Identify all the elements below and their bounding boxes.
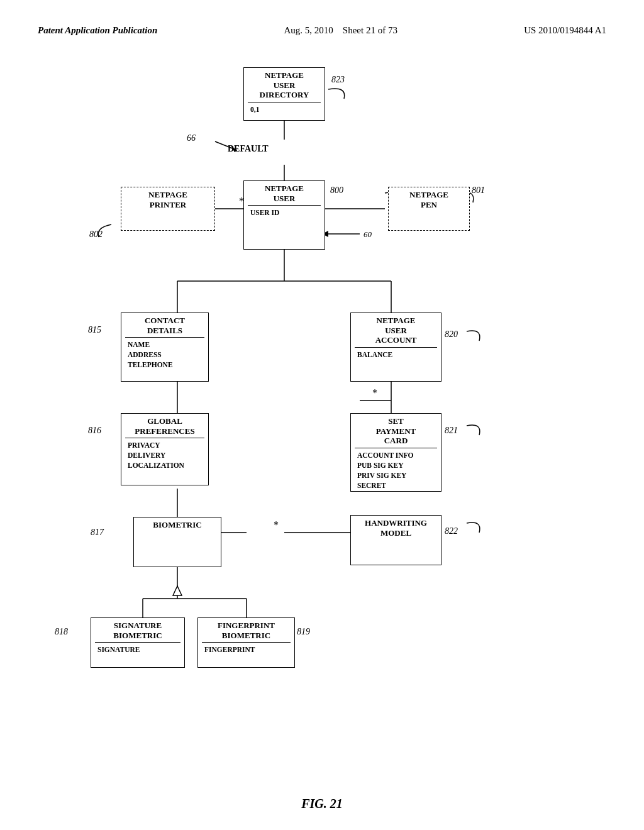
- ref-819: 819: [297, 627, 310, 637]
- ref-823: 823: [331, 75, 345, 85]
- signature-biometric-box: SIGNATUREBIOMETRIC SIGNATURE: [91, 617, 185, 668]
- set-payment-card-box: SETPAYMENTCARD ACCOUNT INFOPUB SIG KEYPR…: [350, 413, 441, 492]
- ref-816: 816: [88, 426, 101, 436]
- global-preferences-fields: PRIVACYDELIVERYLOCALIZATION: [125, 440, 204, 470]
- netpage-user-title: NETPAGEUSER: [265, 184, 304, 203]
- set-payment-card-fields: ACCOUNT INFOPUB SIG KEYPRIV SIG KEYSECRE…: [355, 450, 437, 490]
- netpage-user-directory-box: NETPAGEUSERDIRECTORY 0,1: [243, 67, 325, 121]
- netpage-user-account-title: NETPAGEUSERACCOUNT: [375, 316, 417, 345]
- netpage-pen-title: NETPAGEPEN: [409, 190, 448, 209]
- ref-820: 820: [445, 329, 458, 340]
- header-right: US 2010/0194844 A1: [524, 25, 606, 36]
- ref-822: 822: [445, 526, 458, 536]
- netpage-user-directory-title: NETPAGEUSERDIRECTORY: [260, 70, 309, 100]
- biometric-title: BIOMETRIC: [153, 520, 201, 530]
- contact-details-title: CONTACTDETAILS: [145, 316, 185, 335]
- diagram: * * * * * NETPAGEUSERDIRECT: [52, 48, 592, 740]
- header-center: Aug. 5, 2010 Sheet 21 of 73: [284, 25, 397, 36]
- global-preferences-title: GLOBALPREFERENCES: [135, 416, 194, 436]
- ref-800: 800: [330, 185, 343, 196]
- contact-details-fields: NAMEADDRESSTELEPHONE: [125, 340, 204, 370]
- global-preferences-box: GLOBALPREFERENCES PRIVACYDELIVERYLOCALIZ…: [121, 413, 209, 485]
- ref-818: 818: [55, 627, 68, 637]
- svg-text:*: *: [274, 519, 279, 530]
- contact-details-box: CONTACTDETAILS NAMEADDRESSTELEPHONE: [121, 313, 209, 382]
- fingerprint-biometric-fields: FINGERPRINT: [202, 645, 291, 655]
- header-left: Patent Application Publication: [38, 25, 157, 36]
- signature-biometric-title: SIGNATUREBIOMETRIC: [113, 621, 162, 640]
- netpage-user-account-fields: BALANCE: [355, 350, 437, 360]
- ref-817: 817: [91, 528, 104, 538]
- default-label: DEFAULT: [228, 144, 269, 154]
- ref-60: 60: [364, 230, 372, 240]
- netpage-user-box: NETPAGEUSER USER ID: [243, 180, 325, 250]
- figure-caption: FIG. 21: [301, 797, 343, 811]
- netpage-pen-box: NETPAGEPEN: [388, 187, 470, 231]
- ref-821: 821: [445, 426, 458, 436]
- biometric-box: BIOMETRIC: [133, 517, 221, 567]
- netpage-printer-box: NETPAGEPRINTER: [121, 187, 215, 231]
- fingerprint-biometric-box: FINGERPRINTBIOMETRIC FINGERPRINT: [197, 617, 295, 668]
- netpage-user-account-box: NETPAGEUSERACCOUNT BALANCE: [350, 313, 441, 382]
- handwriting-model-title: HANDWRITINGMODEL: [365, 518, 427, 538]
- ref-801: 801: [472, 185, 485, 196]
- ref-802: 802: [89, 230, 103, 240]
- ref-815: 815: [88, 325, 101, 335]
- set-payment-card-title: SETPAYMENTCARD: [376, 416, 416, 446]
- page: Patent Application Publication Aug. 5, 2…: [0, 0, 644, 830]
- svg-marker-22: [173, 586, 182, 595]
- svg-text:*: *: [372, 387, 377, 398]
- netpage-printer-title: NETPAGEPRINTER: [148, 190, 187, 209]
- handwriting-model-box: HANDWRITINGMODEL: [350, 515, 441, 565]
- netpage-user-fields: USER ID: [248, 208, 321, 218]
- signature-biometric-fields: SIGNATURE: [95, 645, 180, 655]
- netpage-user-directory-fields: 0,1: [248, 104, 321, 114]
- header: Patent Application Publication Aug. 5, 2…: [38, 25, 606, 36]
- fingerprint-biometric-title: FINGERPRINTBIOMETRIC: [218, 621, 275, 640]
- ref-66: 66: [187, 133, 196, 143]
